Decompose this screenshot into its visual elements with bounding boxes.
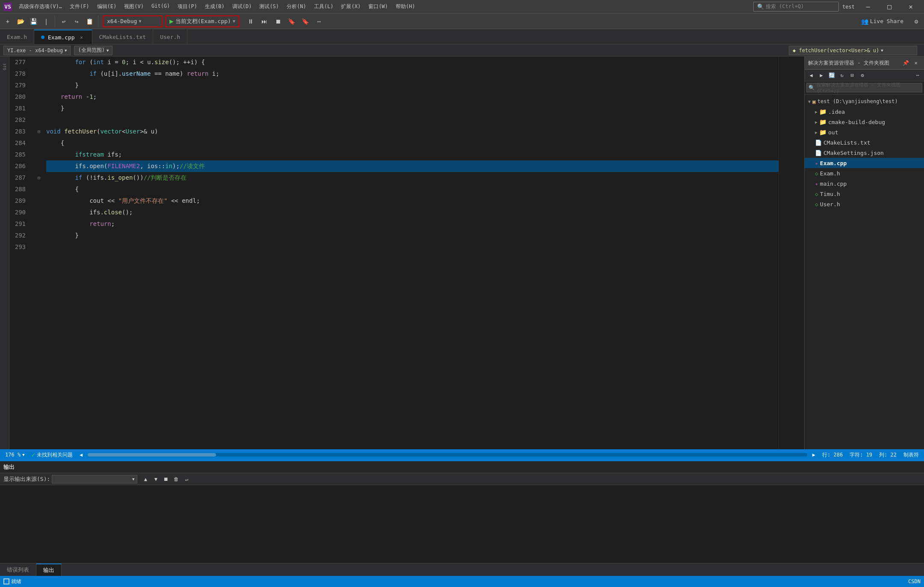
scroll-left-arrow[interactable]: ◀ bbox=[10, 449, 16, 450]
rp-sync-button[interactable]: 🔄 bbox=[827, 71, 836, 80]
code-line-289[interactable]: cout << "用户文件不存在" << endl; bbox=[46, 195, 779, 207]
code-line-293[interactable] bbox=[46, 241, 779, 253]
tab-user-h[interactable]: User.h bbox=[153, 30, 187, 44]
clipboard-button[interactable]: 📋 bbox=[83, 15, 95, 27]
bookmark-button[interactable]: 🔖 bbox=[286, 15, 298, 27]
tree-item-cmake-build-debug[interactable]: ▶📁cmake-build-debug bbox=[805, 117, 924, 127]
tree-item-cmakelists-txt[interactable]: 📄CMakeLists.txt bbox=[805, 137, 924, 148]
output-down-button[interactable]: ▼ bbox=[151, 474, 160, 484]
output-stop-button[interactable]: ⏹ bbox=[161, 474, 171, 484]
tree-item-exam-cpp[interactable]: ✦Exam.cpp bbox=[805, 158, 924, 168]
rp-back-button[interactable]: ◀ bbox=[806, 71, 816, 80]
tree-item--idea[interactable]: ▶📁.idea bbox=[805, 107, 924, 117]
menu-help[interactable]: 帮助(H) bbox=[392, 2, 419, 11]
status-scroll-right[interactable]: ▶ bbox=[811, 449, 817, 460]
menu-git[interactable]: Git(G) bbox=[148, 2, 173, 11]
code-line-292[interactable]: } bbox=[46, 230, 779, 241]
right-panel-search-box[interactable]: 🔍 搜索解决方案资源管理器 - 文件夹视图(Ctrl+;) bbox=[806, 83, 922, 92]
close-button[interactable]: ✕ bbox=[901, 0, 921, 14]
code-line-280[interactable]: return -1; bbox=[46, 91, 779, 103]
menu-advanced-save[interactable]: 高级保存选项(V)… bbox=[15, 2, 65, 11]
code-editor[interactable]: 2772782792802812822832842852862872882892… bbox=[9, 56, 779, 449]
open-file-button[interactable]: 📂 bbox=[15, 15, 27, 27]
debug-stop-button[interactable]: ⏹ bbox=[272, 15, 284, 27]
settings-button[interactable]: ⚙ bbox=[910, 15, 922, 27]
rp-settings-button[interactable]: ⚙ bbox=[858, 71, 867, 80]
exe-dropdown[interactable]: YI.exe - x64-Debug ▼ bbox=[3, 46, 71, 55]
file-tree[interactable]: ▼ ▣ test (D:\yanjiusheng\test) ▶📁.idea▶📁… bbox=[805, 95, 924, 449]
more-button[interactable]: ⋯ bbox=[313, 15, 325, 27]
status-encoding[interactable]: 制表符 bbox=[902, 449, 921, 460]
code-line-291[interactable]: return; bbox=[46, 218, 779, 230]
rp-more-button[interactable]: ⋯ bbox=[913, 71, 922, 80]
tree-item-timu-h[interactable]: ◇Timu.h bbox=[805, 189, 924, 199]
menu-view[interactable]: 视图(V) bbox=[121, 2, 147, 11]
tree-item-user-h[interactable]: ◇User.h bbox=[805, 199, 924, 209]
menu-analyze[interactable]: 分析(N) bbox=[283, 2, 310, 11]
tab-exam-cpp[interactable]: Exam.cpp ✕ bbox=[34, 30, 92, 44]
code-line-286[interactable]: ifs.open(FILENAME2, ios::in);//读文件 bbox=[46, 160, 779, 172]
menu-debug[interactable]: 调试(D) bbox=[229, 2, 255, 11]
run-button[interactable]: ▶ 当前文档(Exam.cpp) ▼ bbox=[165, 15, 240, 27]
function-dropdown[interactable]: ◆ fetchUser(vector<User>& u) ▼ bbox=[789, 46, 917, 55]
menu-tools[interactable]: 工具(L) bbox=[311, 2, 337, 11]
menu-extensions[interactable]: 扩展(X) bbox=[338, 2, 364, 11]
code-lines[interactable]: for (int i = 0; i < u.size(); ++i) { if … bbox=[43, 56, 779, 449]
code-line-278[interactable]: if (u[i].userName == name) return i; bbox=[46, 68, 779, 80]
tab-output[interactable]: 输出 bbox=[36, 563, 62, 576]
menu-edit[interactable]: 编辑(E) bbox=[94, 2, 120, 11]
code-line-287[interactable]: if (!ifs.is_open())//判断是否存在 bbox=[46, 172, 779, 184]
code-line-290[interactable]: ifs.close(); bbox=[46, 207, 779, 218]
fold-btn-283[interactable]: ⊟ bbox=[35, 126, 43, 137]
redo-button[interactable]: ↪ bbox=[71, 15, 83, 27]
search-box[interactable]: 🔍 搜索 (Ctrl+Q) bbox=[753, 2, 839, 12]
new-file-button[interactable]: + bbox=[2, 15, 14, 27]
code-line-281[interactable]: } bbox=[46, 103, 779, 114]
minimize-button[interactable]: — bbox=[858, 0, 878, 14]
code-line-283[interactable]: void fetchUser(vector<User>& u) bbox=[46, 126, 779, 137]
tree-item-exam-h[interactable]: ◇Exam.h bbox=[805, 168, 924, 178]
menu-window[interactable]: 窗口(W) bbox=[365, 2, 391, 11]
output-source-dropdown[interactable]: ▼ bbox=[52, 475, 137, 483]
rp-refresh-button[interactable]: ↻ bbox=[837, 71, 847, 80]
code-line-284[interactable]: { bbox=[46, 137, 779, 149]
rp-forward-button[interactable]: ▶ bbox=[817, 71, 826, 80]
live-share-button[interactable]: 👥 Live Share bbox=[858, 16, 907, 27]
status-scrollbar[interactable] bbox=[88, 453, 807, 457]
tree-item-main-cpp[interactable]: ✦main.cpp bbox=[805, 178, 924, 189]
status-col[interactable]: 列: 22 bbox=[877, 449, 898, 460]
output-up-button[interactable]: ▲ bbox=[141, 474, 150, 484]
status-check-item[interactable]: ✓ 未找到相关问题 bbox=[30, 449, 74, 460]
tree-item-out[interactable]: ▶📁out bbox=[805, 127, 924, 137]
code-line-282[interactable] bbox=[46, 114, 779, 126]
code-line-285[interactable]: ifstream ifs; bbox=[46, 149, 779, 160]
debug-pause-button[interactable]: ⏸ bbox=[245, 15, 257, 27]
tree-root[interactable]: ▼ ▣ test (D:\yanjiusheng\test) bbox=[805, 96, 924, 107]
rp-close-button[interactable]: ✕ bbox=[911, 58, 921, 68]
save-button[interactable]: 💾 bbox=[27, 15, 39, 27]
debug-step-button[interactable]: ⏭ bbox=[258, 15, 270, 27]
maximize-button[interactable]: □ bbox=[880, 0, 899, 14]
tree-item-cmakesettings-json[interactable]: 📄CMakeSettings.json bbox=[805, 148, 924, 158]
menu-file[interactable]: 文件(F) bbox=[66, 2, 93, 11]
status-row[interactable]: 行: 286 bbox=[820, 449, 844, 460]
undo-button[interactable]: ↩ bbox=[58, 15, 70, 27]
tab-error-list[interactable]: 错误列表 bbox=[0, 563, 36, 576]
status-char[interactable]: 字符: 19 bbox=[848, 449, 874, 460]
code-line-279[interactable]: } bbox=[46, 80, 779, 91]
menu-build[interactable]: 生成(B) bbox=[201, 2, 228, 11]
tab-exam-h[interactable]: Exam.h bbox=[0, 30, 34, 44]
menu-project[interactable]: 项目(P) bbox=[174, 2, 201, 11]
rp-collapse-button[interactable]: ⊟ bbox=[847, 71, 857, 80]
code-line-288[interactable]: { bbox=[46, 184, 779, 195]
tab-exam-cpp-close[interactable]: ✕ bbox=[78, 34, 85, 41]
menu-test[interactable]: 测试(S) bbox=[256, 2, 282, 11]
code-container[interactable]: 2772782792802812822832842852862872882892… bbox=[9, 56, 779, 449]
scroll-right-arrow[interactable]: ▶ bbox=[772, 449, 778, 450]
scope-dropdown[interactable]: (全局范围) ▼ bbox=[74, 46, 113, 55]
tab-cmakelists[interactable]: CMakeLists.txt bbox=[92, 30, 154, 44]
output-wrap-button[interactable]: ↵ bbox=[182, 474, 191, 484]
output-clear-button[interactable]: 🗑 bbox=[172, 474, 181, 484]
code-line-277[interactable]: for (int i = 0; i < u.size(); ++i) { bbox=[46, 56, 779, 68]
config-dropdown[interactable]: x64-Debug ▼ bbox=[103, 15, 163, 27]
